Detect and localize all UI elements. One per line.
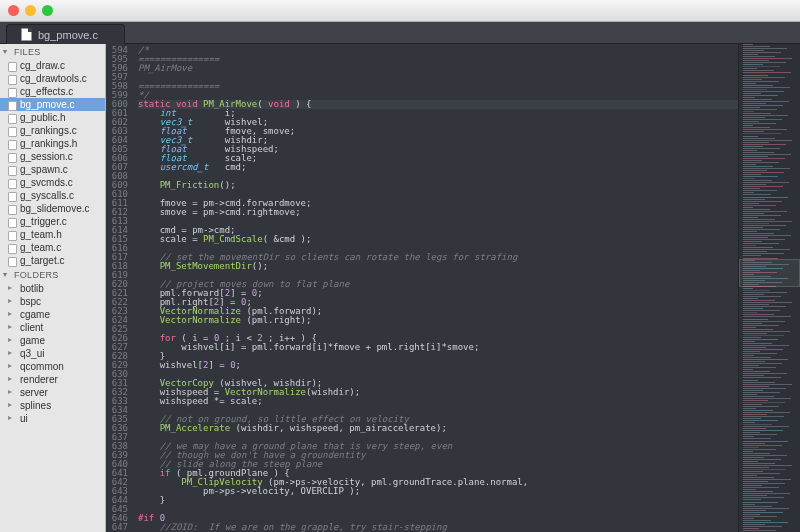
sidebar-folder-item[interactable]: renderer: [0, 373, 105, 386]
sidebar-file-item[interactable]: g_public.h: [0, 111, 105, 124]
sidebar-folder-item[interactable]: game: [0, 334, 105, 347]
sidebar-folder-item[interactable]: botlib: [0, 282, 105, 295]
sidebar-file-item[interactable]: g_session.c: [0, 150, 105, 163]
sidebar-file-item[interactable]: g_rankings.h: [0, 137, 105, 150]
tab-label: bg_pmove.c: [38, 29, 98, 41]
tab-bar[interactable]: bg_pmove.c: [0, 22, 800, 44]
sidebar-folders-header[interactable]: FOLDERS: [0, 267, 105, 282]
sidebar-file-item[interactable]: cg_draw.c: [0, 59, 105, 72]
gutter: 5945955965975985996006016026036046056066…: [106, 44, 134, 532]
close-icon[interactable]: [8, 5, 19, 16]
window-titlebar[interactable]: [0, 0, 800, 22]
sidebar-folder-item[interactable]: server: [0, 386, 105, 399]
sidebar-file-item[interactable]: g_rankings.c: [0, 124, 105, 137]
minimap[interactable]: [738, 44, 800, 532]
sidebar-file-item[interactable]: g_team.c: [0, 241, 105, 254]
minimap-viewport[interactable]: [739, 259, 800, 287]
sidebar-folder-item[interactable]: cgame: [0, 308, 105, 321]
sidebar-folder-item[interactable]: client: [0, 321, 105, 334]
sidebar-folder-item[interactable]: qcommon: [0, 360, 105, 373]
sidebar-file-item[interactable]: g_team.h: [0, 228, 105, 241]
sidebar-file-item[interactable]: bg_pmove.c: [0, 98, 105, 111]
sidebar-files-header[interactable]: FILES: [0, 44, 105, 59]
traffic-lights: [8, 5, 53, 16]
minimize-icon[interactable]: [25, 5, 36, 16]
sidebar-file-item[interactable]: cg_drawtools.c: [0, 72, 105, 85]
sidebar-file-item[interactable]: g_syscalls.c: [0, 189, 105, 202]
sidebar-folder-item[interactable]: q3_ui: [0, 347, 105, 360]
document-icon: [21, 28, 32, 41]
tab-file[interactable]: bg_pmove.c: [6, 24, 125, 44]
sidebar-folder-item[interactable]: splines: [0, 399, 105, 412]
code-editor[interactable]: 5945955965975985996006016026036046056066…: [106, 44, 800, 532]
sidebar-file-item[interactable]: cg_effects.c: [0, 85, 105, 98]
sidebar-folder-item[interactable]: bspc: [0, 295, 105, 308]
sidebar-file-item[interactable]: g_target.c: [0, 254, 105, 267]
sidebar-file-item[interactable]: bg_slidemove.c: [0, 202, 105, 215]
sidebar-file-item[interactable]: g_spawn.c: [0, 163, 105, 176]
maximize-icon[interactable]: [42, 5, 53, 16]
sidebar[interactable]: FILES cg_draw.ccg_drawtools.ccg_effects.…: [0, 44, 106, 532]
code-area[interactable]: /*===============PM_AirMove=============…: [134, 44, 738, 532]
sidebar-folder-item[interactable]: ui: [0, 412, 105, 425]
sidebar-file-item[interactable]: g_trigger.c: [0, 215, 105, 228]
sidebar-file-item[interactable]: g_svcmds.c: [0, 176, 105, 189]
